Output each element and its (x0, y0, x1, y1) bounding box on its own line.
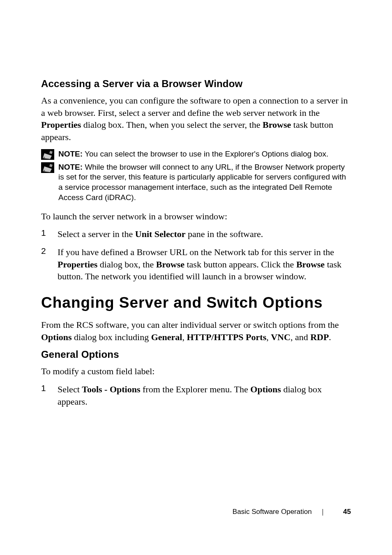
heading-general-options: General Options (41, 349, 351, 360)
list-text: Select a server in the Unit Selector pan… (58, 228, 263, 240)
text: pane in the software. (186, 229, 263, 239)
pencil-icon (41, 149, 54, 160)
heading-changing-options: Changing Server and Switch Options (41, 294, 351, 311)
text-bold: HTTP/HTTPS Ports (187, 332, 266, 342)
text-bold: Options (41, 332, 72, 342)
list-text: Select Tools - Options from the Explorer… (58, 383, 351, 408)
heading-accessing-server: Accessing a Server via a Browser Window (41, 78, 351, 90)
footer-separator (323, 509, 323, 516)
launch-paragraph: To launch the server network in a browse… (41, 210, 351, 223)
note-body: You can select the browser to use in the… (83, 150, 328, 158)
text-bold: Browse (263, 120, 291, 130)
note-label: NOTE: (58, 163, 83, 171)
note-text: NOTE: While the browser will connect to … (58, 162, 351, 203)
intro-paragraph: As a convenience, you can configure the … (41, 94, 351, 143)
text: dialog box including (72, 332, 151, 342)
text: As a convenience, you can configure the … (41, 95, 348, 118)
list-item: 1 Select Tools - Options from the Explor… (41, 383, 351, 408)
modify-paragraph: To modify a custom field label: (41, 365, 351, 378)
text-bold: Properties (58, 259, 97, 269)
changing-paragraph: From the RCS software, you can alter ind… (41, 319, 351, 343)
text-bold: RDP (310, 332, 329, 342)
list-item: 1 Select a server in the Unit Selector p… (41, 228, 351, 240)
text: Select (58, 384, 82, 394)
note-text: NOTE: You can select the browser to use … (58, 149, 328, 159)
text-bold: Options (250, 384, 281, 394)
text: from the Explorer menu. The (141, 384, 251, 394)
page-footer: Basic Software Operation 45 (41, 508, 351, 516)
text: , and (291, 332, 310, 342)
pencil-icon (41, 162, 54, 173)
text: , (266, 332, 271, 342)
text: If you have defined a Browser URL on the… (58, 247, 334, 257)
text-bold: General (151, 332, 182, 342)
page-number: 45 (343, 508, 351, 516)
text-bold: Tools - Options (82, 384, 140, 394)
list-number: 1 (41, 383, 49, 408)
text: From the RCS software, you can alter ind… (41, 320, 339, 330)
text: , (182, 332, 187, 342)
ordered-list-modify: 1 Select Tools - Options from the Explor… (41, 383, 351, 408)
text: dialog box, the (97, 259, 156, 269)
note-body: While the browser will connect to any UR… (58, 163, 346, 202)
text: . (329, 332, 331, 342)
footer-section: Basic Software Operation (233, 508, 312, 516)
note-2: NOTE: While the browser will connect to … (41, 162, 351, 203)
note-label: NOTE: (58, 150, 83, 158)
text: task button appears. Click the (184, 259, 296, 269)
list-item: 2 If you have defined a Browser URL on t… (41, 246, 351, 283)
text-bold: Browse (156, 259, 184, 269)
text: Select a server in the (58, 229, 135, 239)
list-text: If you have defined a Browser URL on the… (58, 246, 351, 283)
list-number: 2 (41, 246, 49, 283)
document-page: Accessing a Server via a Browser Window … (0, 0, 392, 555)
text-bold: VNC (271, 332, 291, 342)
ordered-list-launch: 1 Select a server in the Unit Selector p… (41, 228, 351, 283)
text: dialog box. Then, when you select the se… (81, 120, 263, 130)
text-bold: Properties (41, 120, 81, 130)
text-bold: Browse (296, 259, 325, 269)
text-bold: Unit Selector (135, 229, 186, 239)
list-number: 1 (41, 228, 49, 240)
note-1: NOTE: You can select the browser to use … (41, 149, 351, 160)
